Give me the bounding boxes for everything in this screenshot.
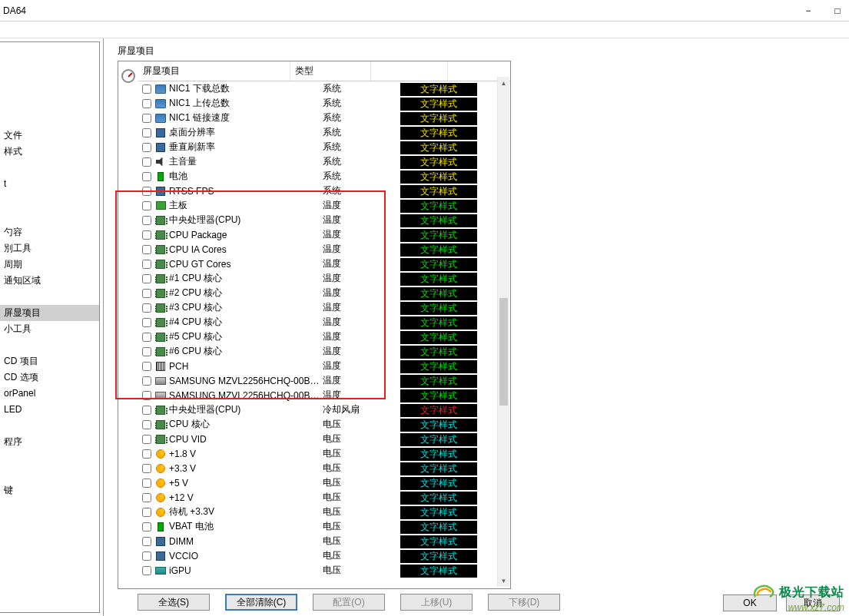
table-row[interactable]: 桌面分辨率系统文字样式 [138, 125, 510, 140]
clear-all-button[interactable]: 全部清除(C) [225, 594, 297, 611]
tree-item[interactable]: t [0, 176, 99, 192]
row-name: CPU VID [167, 434, 320, 445]
row-checkbox[interactable] [142, 508, 151, 517]
row-checkbox[interactable] [142, 318, 151, 327]
row-checkbox[interactable] [142, 362, 151, 371]
table-row[interactable]: SAMSUNG MZVL2256HCHQ-00B00 ...温度文字样式 [138, 388, 510, 402]
table-row[interactable]: NIC1 上传总数系统文字样式 [138, 96, 510, 111]
row-checkbox[interactable] [142, 303, 151, 313]
minimize-button[interactable]: − [803, 5, 814, 16]
table-row[interactable]: CPU IA Cores温度文字样式 [138, 242, 510, 257]
tree-item[interactable]: 键 [0, 482, 99, 498]
table-row[interactable]: NIC1 下载总数系统文字样式 [138, 81, 510, 96]
tree-item[interactable]: 文件 [0, 128, 99, 144]
tree-item[interactable]: 別工具 [0, 240, 99, 257]
table-row[interactable]: CPU GT Cores温度文字样式 [138, 257, 510, 271]
tree-item[interactable]: 通知区域 [0, 273, 99, 289]
row-checkbox[interactable] [142, 391, 151, 400]
table-row[interactable]: 待机 +3.3V电压文字样式 [138, 505, 510, 519]
table-row[interactable]: 主板温度文字样式 [138, 198, 510, 213]
tree-item[interactable]: CD 选项 [0, 369, 99, 386]
row-checkbox[interactable] [142, 435, 151, 444]
row-checkbox[interactable] [142, 260, 151, 269]
tree-item[interactable]: 小工具 [0, 321, 99, 337]
row-checkbox[interactable] [142, 464, 151, 473]
table-row[interactable]: #4 CPU 核心温度文字样式 [138, 315, 510, 330]
row-checkbox[interactable] [142, 230, 151, 240]
row-checkbox[interactable] [142, 216, 151, 225]
table-row[interactable]: #5 CPU 核心温度文字样式 [138, 330, 510, 344]
row-checkbox[interactable] [142, 172, 151, 181]
row-checkbox[interactable] [142, 420, 151, 429]
row-checkbox[interactable] [142, 187, 151, 196]
row-checkbox[interactable] [142, 114, 151, 123]
row-checkbox[interactable] [142, 99, 151, 108]
row-checkbox[interactable] [142, 143, 151, 152]
scroll-thumb[interactable] [499, 298, 508, 406]
row-checkbox[interactable] [142, 551, 151, 561]
row-style-badge: 文字样式 [400, 492, 477, 505]
table-row[interactable]: #3 CPU 核心温度文字样式 [138, 300, 510, 315]
row-checkbox[interactable] [142, 493, 151, 502]
table-row[interactable]: +3.3 V电压文字样式 [138, 461, 510, 475]
table-row[interactable]: 主音量系统文字样式 [138, 154, 510, 169]
header-type[interactable]: 类型 [290, 61, 371, 81]
table-row[interactable]: CPU VID电压文字样式 [138, 432, 510, 446]
tree-item[interactable]: 周期 [0, 257, 99, 273]
tree-item[interactable]: 屏显项目 [0, 305, 99, 321]
scroll-track[interactable] [498, 89, 509, 575]
table-row[interactable]: CPU Package温度文字样式 [138, 227, 510, 242]
row-checkbox[interactable] [142, 479, 151, 488]
row-checkbox[interactable] [142, 157, 151, 167]
table-row[interactable]: #6 CPU 核心温度文字样式 [138, 344, 510, 359]
table-row[interactable]: +12 V电压文字样式 [138, 490, 510, 505]
tree-item[interactable]: 勺容 [0, 224, 99, 240]
row-checkbox[interactable] [142, 289, 151, 298]
row-checkbox[interactable] [142, 376, 151, 386]
table-row[interactable]: DIMM电压文字样式 [138, 534, 510, 548]
maximize-button[interactable]: □ [832, 5, 843, 16]
table-row[interactable]: 垂直刷新率系统文字样式 [138, 140, 510, 154]
scroll-up-button[interactable]: ▲ [498, 77, 509, 89]
table-row[interactable]: #1 CPU 核心温度文字样式 [138, 271, 510, 286]
table-row[interactable]: CPU 核心电压文字样式 [138, 417, 510, 432]
row-checkbox[interactable] [142, 537, 151, 546]
table-row[interactable]: +1.8 V电压文字样式 [138, 446, 510, 461]
header-style[interactable] [371, 61, 448, 81]
row-checkbox[interactable] [142, 522, 151, 532]
table-row[interactable]: NIC1 链接速度系统文字样式 [138, 111, 510, 125]
row-checkbox[interactable] [142, 333, 151, 342]
row-checkbox[interactable] [142, 128, 151, 137]
table-row[interactable]: 中央处理器(CPU)温度文字样式 [138, 213, 510, 227]
move-down-button[interactable]: 下移(D) [488, 594, 560, 611]
config-button[interactable]: 配置(O) [313, 594, 385, 611]
row-checkbox[interactable] [142, 449, 151, 459]
table-row[interactable]: iGPU电压文字样式 [138, 563, 510, 578]
scrollbar[interactable]: ▲ ▼ [497, 77, 509, 587]
row-checkbox[interactable] [142, 84, 151, 94]
tree-item[interactable]: 程序 [0, 434, 99, 450]
tree-item[interactable]: 样式 [0, 144, 99, 160]
row-checkbox[interactable] [142, 406, 151, 415]
table-row[interactable]: +5 V电压文字样式 [138, 475, 510, 490]
select-all-button[interactable]: 全选(S) [138, 594, 210, 611]
header-item[interactable]: 屏显项目 [138, 61, 290, 81]
table-row[interactable]: SAMSUNG MZVL2256HCHQ-00B00温度文字样式 [138, 373, 510, 388]
row-checkbox[interactable] [142, 201, 151, 210]
row-checkbox[interactable] [142, 566, 151, 575]
table-row[interactable]: VCCIO电压文字样式 [138, 548, 510, 563]
scroll-down-button[interactable]: ▼ [498, 575, 509, 587]
table-row[interactable]: 中央处理器(CPU)冷却风扇文字样式 [138, 402, 510, 417]
row-checkbox[interactable] [142, 347, 151, 356]
row-checkbox[interactable] [142, 274, 151, 283]
table-row[interactable]: VBAT 电池电压文字样式 [138, 519, 510, 534]
move-up-button[interactable]: 上移(U) [400, 594, 473, 611]
table-row[interactable]: 电池系统文字样式 [138, 169, 510, 184]
row-checkbox[interactable] [142, 245, 151, 254]
table-row[interactable]: #2 CPU 核心温度文字样式 [138, 286, 510, 300]
tree-item[interactable]: LED [0, 402, 99, 418]
table-row[interactable]: PCH温度文字样式 [138, 359, 510, 373]
tree-item[interactable]: CD 项目 [0, 353, 99, 369]
table-row[interactable]: RTSS FPS系统文字样式 [138, 184, 510, 198]
tree-item[interactable]: orPanel [0, 386, 99, 402]
